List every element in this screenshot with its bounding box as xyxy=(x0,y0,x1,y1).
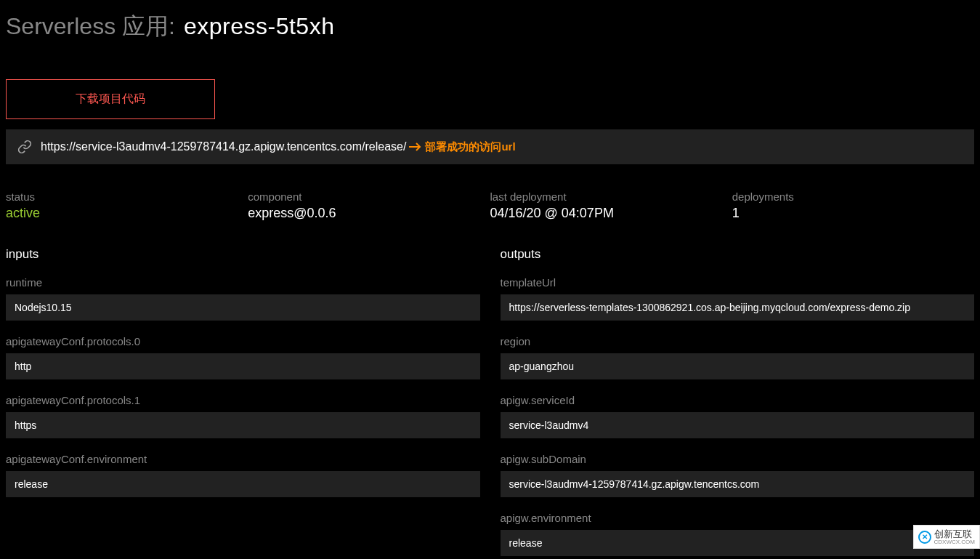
component-label: component xyxy=(248,190,490,203)
input-item: runtime Nodejs10.15 xyxy=(6,276,480,321)
input-value: release xyxy=(6,471,480,497)
output-item: apigw.serviceId service-l3audmv4 xyxy=(501,394,975,438)
deployment-url[interactable]: https://service-l3audmv4-1259787414.gz.a… xyxy=(41,140,406,153)
output-label: region xyxy=(501,335,975,347)
output-label: apigw.subDomain xyxy=(501,453,975,465)
output-item: apigw.subDomain service-l3audmv4-1259787… xyxy=(501,453,975,497)
component-value: express@0.0.6 xyxy=(248,206,490,221)
watermark-brand: 创新互联 xyxy=(934,528,972,539)
output-item: apigw.environment release xyxy=(501,512,975,556)
input-item: apigatewayConf.protocols.1 https xyxy=(6,394,480,438)
link-icon xyxy=(17,140,32,154)
app-name: express-5t5xh xyxy=(184,13,334,40)
outputs-heading: outputs xyxy=(501,247,975,262)
download-code-button[interactable]: 下载项目代码 xyxy=(6,79,215,119)
url-annotation-text: 部署成功的访问url xyxy=(425,140,515,154)
input-label: apigatewayConf.protocols.1 xyxy=(6,394,480,406)
meta-deployments: deployments 1 xyxy=(732,190,974,221)
output-label: apigw.environment xyxy=(501,512,975,524)
input-item: apigatewayConf.protocols.0 http xyxy=(6,335,480,379)
output-value: release xyxy=(501,530,975,556)
inputs-column: inputs runtime Nodejs10.15 apigatewayCon… xyxy=(6,247,480,559)
output-item: templateUrl https://serverless-templates… xyxy=(501,276,975,321)
input-label: runtime xyxy=(6,276,480,289)
title-prefix: Serverless 应用: xyxy=(6,11,175,43)
meta-component: component express@0.0.6 xyxy=(248,190,490,221)
outputs-column: outputs templateUrl https://serverless-t… xyxy=(501,247,975,559)
status-label: status xyxy=(6,190,248,203)
watermark-sub: CDXWCX.COM xyxy=(934,539,975,545)
output-label: templateUrl xyxy=(501,276,975,289)
last-deployment-label: last deployment xyxy=(490,190,732,203)
input-value: https xyxy=(6,412,480,438)
watermark-icon: ✕ xyxy=(918,531,931,544)
input-value: Nodejs10.15 xyxy=(6,294,480,321)
io-row: inputs runtime Nodejs10.15 apigatewayCon… xyxy=(6,247,974,559)
last-deployment-value: 04/16/20 @ 04:07PM xyxy=(490,206,732,221)
watermark: ✕ 创新互联 CDXWCX.COM xyxy=(913,525,980,549)
url-annotation: 部署成功的访问url xyxy=(409,140,515,154)
output-item: region ap-guangzhou xyxy=(501,335,975,379)
deployments-value: 1 xyxy=(732,206,974,221)
deployments-label: deployments xyxy=(732,190,974,203)
input-label: apigatewayConf.protocols.0 xyxy=(6,335,480,347)
output-label: apigw.serviceId xyxy=(501,394,975,406)
arrow-right-icon xyxy=(409,142,424,152)
output-value: service-l3audmv4-1259787414.gz.apigw.ten… xyxy=(501,471,975,497)
meta-row: status active component express@0.0.6 la… xyxy=(6,190,974,221)
deployment-url-bar[interactable]: https://service-l3audmv4-1259787414.gz.a… xyxy=(6,129,974,164)
output-value: service-l3audmv4 xyxy=(501,412,975,438)
output-value: https://serverless-templates-1300862921.… xyxy=(501,294,975,321)
page-title-row: Serverless 应用: express-5t5xh xyxy=(6,11,974,43)
inputs-heading: inputs xyxy=(6,247,480,262)
meta-last-deployment: last deployment 04/16/20 @ 04:07PM xyxy=(490,190,732,221)
input-value: http xyxy=(6,353,480,379)
output-value: ap-guangzhou xyxy=(501,353,975,379)
input-label: apigatewayConf.environment xyxy=(6,453,480,465)
input-item: apigatewayConf.environment release xyxy=(6,453,480,497)
meta-status: status active xyxy=(6,190,248,221)
status-value: active xyxy=(6,206,248,221)
